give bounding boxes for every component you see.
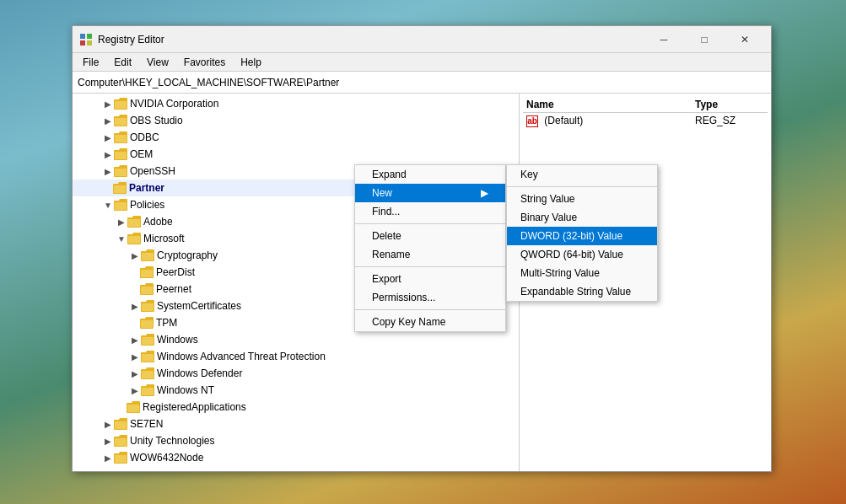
menu-file[interactable]: File (76, 55, 105, 70)
chevron-right-icon: ▶ (103, 132, 113, 142)
ctx-permissions[interactable]: Permissions... (355, 288, 505, 307)
folder-icon (113, 181, 127, 195)
chevron-right-icon: ▶ (103, 115, 113, 126)
sub-multistring-value[interactable]: Multi-String Value (507, 264, 657, 282)
folder-icon (127, 400, 140, 414)
chevron-right-icon: ▶ (130, 368, 140, 378)
tree-item-unity[interactable]: ▶ Unity Technologies (73, 432, 519, 449)
close-button[interactable]: ✕ (725, 27, 764, 52)
sub-key[interactable]: Key (507, 165, 657, 184)
row-name: ab (Default) (526, 115, 695, 127)
folder-icon (114, 97, 127, 110)
tree-item-odbc[interactable]: ▶ ODBC (73, 129, 519, 146)
chevron-right-icon: ▶ (116, 217, 127, 227)
svg-rect-1 (87, 34, 92, 39)
chevron-right-icon: ▶ (130, 250, 140, 260)
window-title: Registry Editor (98, 34, 644, 46)
chevron-down-icon: ▼ (116, 233, 127, 244)
address-bar: Computer\HKEY_LOCAL_MACHINE\SOFTWARE\Par… (73, 72, 771, 94)
tree-label: SE7EN (130, 418, 163, 430)
row-type: REG_SZ (695, 115, 771, 126)
sub-binary-value[interactable]: Binary Value (507, 208, 657, 227)
folder-icon (141, 333, 154, 346)
context-menu: Expand New ▶ Find... Delete Rename Expor… (354, 164, 506, 332)
address-text: Computer\HKEY_LOCAL_MACHINE\SOFTWARE\Par… (78, 77, 339, 88)
tree-item-winnt[interactable]: ▶ Windows NT (73, 382, 519, 399)
menu-help[interactable]: Help (234, 55, 268, 70)
ctx-separator-3 (355, 309, 505, 310)
tree-label: Windows Defender (157, 367, 242, 379)
ctx-rename[interactable]: Rename (355, 245, 505, 264)
folder-icon (140, 282, 154, 296)
ctx-new[interactable]: New ▶ (355, 184, 505, 202)
folder-icon (127, 215, 141, 228)
tree-item-regapps[interactable]: RegisteredApplications (73, 399, 519, 416)
ctx-find[interactable]: Find... (355, 202, 505, 221)
tree-item-wow[interactable]: ▶ WOW6432Node (73, 449, 519, 466)
tree-item-windefender[interactable]: ▶ Windows Defender (73, 365, 519, 382)
chevron-down-icon: ▼ (103, 200, 113, 210)
tree-label: SystemCertificates (157, 300, 241, 312)
folder-icon (141, 350, 154, 363)
sub-dword-value[interactable]: DWORD (32-bit) Value (507, 227, 657, 245)
tree-label: PeerDist (156, 266, 195, 278)
chevron-right-icon: ▶ (130, 301, 140, 311)
svg-rect-2 (80, 40, 85, 46)
app-icon (79, 33, 93, 46)
folder-icon (141, 383, 154, 397)
ctx-expand[interactable]: Expand (355, 165, 505, 184)
col-name-header: Name (526, 99, 695, 110)
tree-item-obs[interactable]: ▶ OBS Studio (73, 112, 519, 129)
sub-string-value[interactable]: String Value (507, 190, 657, 208)
ctx-delete[interactable]: Delete (355, 227, 505, 245)
chevron-right-icon: ▶ (103, 419, 113, 429)
folder-icon (114, 147, 127, 161)
chevron-right-icon: ▶ (103, 436, 113, 446)
tree-item-watp[interactable]: ▶ Windows Advanced Threat Protection (73, 348, 519, 365)
tree-label: Windows NT (157, 384, 214, 396)
ctx-separator-1 (355, 223, 505, 224)
tree-item-oem[interactable]: ▶ OEM (73, 146, 519, 163)
menu-edit[interactable]: Edit (107, 55, 138, 70)
sub-separator (507, 186, 657, 187)
right-panel-row: ab (Default) REG_SZ (523, 113, 768, 129)
tree-item-nvidia[interactable]: ▶ NVIDIA Corporation (73, 95, 519, 112)
col-type-header: Type (695, 99, 771, 110)
tree-label: Windows Advanced Threat Protection (157, 351, 326, 362)
sub-expandable-value[interactable]: Expandable String Value (507, 282, 657, 301)
ctx-export[interactable]: Export (355, 270, 505, 288)
menu-favorites[interactable]: Favorites (177, 55, 232, 70)
chevron-right-icon: ▶ (130, 351, 140, 362)
ctx-copy-key-name[interactable]: Copy Key Name (355, 313, 505, 331)
folder-icon (140, 265, 154, 279)
tree-label: Cryptography (157, 249, 218, 261)
chevron-right-icon: ▶ (103, 166, 113, 176)
folder-icon (114, 164, 127, 178)
tree-label: Microsoft (143, 233, 185, 244)
svg-rect-0 (80, 34, 85, 39)
tree-label: OBS Studio (130, 115, 183, 126)
ctx-separator-2 (355, 266, 505, 267)
folder-icon (141, 249, 154, 262)
folder-icon (141, 367, 154, 380)
tree-label: WOW6432Node (130, 452, 203, 464)
window-controls: ─ □ ✕ (644, 27, 764, 52)
folder-icon (114, 131, 127, 144)
minimize-button[interactable]: ─ (644, 27, 683, 52)
tree-label: RegisteredApplications (143, 401, 246, 413)
folder-icon (114, 434, 127, 448)
tree-item-se7en[interactable]: ▶ SE7EN (73, 416, 519, 432)
tree-label: ODBC (130, 131, 159, 143)
chevron-right-icon: ▶ (130, 385, 140, 395)
menu-view[interactable]: View (140, 55, 175, 70)
sub-qword-value[interactable]: QWORD (64-bit) Value (507, 245, 657, 264)
menu-bar: File Edit View Favorites Help (73, 53, 771, 72)
tree-label: OpenSSH (130, 165, 175, 177)
chevron-right-icon: ▶ (103, 99, 113, 109)
tree-item-windows[interactable]: ▶ Windows (73, 331, 519, 348)
chevron-right-icon: ▶ (130, 335, 140, 345)
maximize-button[interactable]: □ (685, 27, 724, 52)
tree-label: NVIDIA Corporation (130, 98, 218, 110)
tree-label: Policies (130, 199, 164, 211)
submenu-arrow-icon: ▶ (481, 187, 488, 199)
